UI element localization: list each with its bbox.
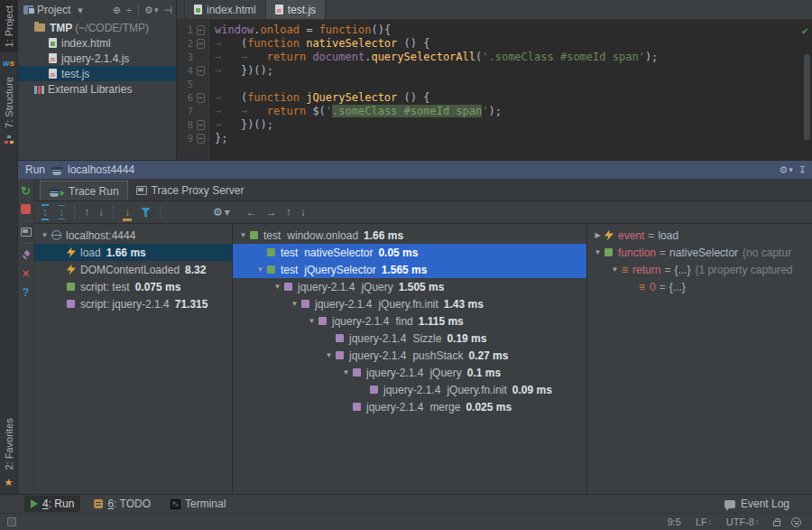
- export-icon[interactable]: [123, 206, 132, 219]
- stream-tree-row[interactable]: script: test0.075 ms: [34, 278, 232, 295]
- editor-scrollbar[interactable]: [803, 40, 811, 157]
- code-text[interactable]: window.onload = function(){→ (function n…: [209, 20, 812, 160]
- editor-tab-index-html[interactable]: index.html: [184, 0, 266, 19]
- run-tool-window-header[interactable]: Run localhost4444: [18, 161, 812, 179]
- collapse-all-icon[interactable]: [58, 206, 65, 219]
- inspection-ok-icon[interactable]: [802, 24, 808, 37]
- minimize-tool-window-icon[interactable]: [798, 164, 807, 176]
- project-tree-item[interactable]: External Libraries: [18, 81, 176, 97]
- gear-dropdown-icon[interactable]: [154, 5, 159, 14]
- call-tree-row[interactable]: jquery-2.1.4pushStack0.27 ms: [233, 347, 586, 364]
- navigate-down-icon[interactable]: [300, 206, 306, 219]
- tool-window-button-run[interactable]: 4: Run: [24, 496, 80, 512]
- capture-tree-row[interactable]: 0={...}: [587, 278, 812, 295]
- call-tree-row[interactable]: jquery-2.1.4jQuery.fn.init0.09 ms: [233, 381, 586, 398]
- tool-window-button-todo[interactable]: 6: TODO: [88, 496, 157, 512]
- readonly-lock-icon[interactable]: [773, 521, 780, 526]
- tree-expand-arrow-icon[interactable]: [591, 248, 604, 256]
- code-line[interactable]: → })();: [215, 64, 812, 78]
- tree-expand-arrow-icon[interactable]: [322, 351, 336, 359]
- help-icon[interactable]: [23, 286, 29, 299]
- project-tree-item[interactable]: TMP (~/CODE/TMP): [18, 20, 176, 35]
- call-tree-row[interactable]: jquery-2.1.4find1.115 ms: [233, 312, 586, 330]
- navigate-up-icon[interactable]: [286, 206, 291, 219]
- tree-expand-arrow-icon[interactable]: [38, 231, 51, 239]
- event-log-button[interactable]: Event Log: [718, 496, 796, 512]
- call-tree-row[interactable]: jquery-2.1.4jQuery0.1 ms: [233, 364, 586, 381]
- settings-dropdown-icon[interactable]: [789, 165, 793, 174]
- tool-window-settings-gear-icon[interactable]: [779, 164, 788, 176]
- stream-tree-row[interactable]: localhost:4444: [34, 227, 232, 244]
- hector-inspector-icon[interactable]: [791, 517, 801, 527]
- locate-file-icon[interactable]: [113, 5, 121, 16]
- filter-icon[interactable]: [141, 208, 151, 218]
- stream-tree-row[interactable]: script: jquery-2.1.471.315: [34, 295, 232, 312]
- code-line[interactable]: → })();: [215, 118, 812, 132]
- stream-tree-row[interactable]: DOMContentLoaded8.32: [34, 261, 232, 278]
- gear-dropdown-icon[interactable]: [225, 206, 230, 219]
- expand-all-icon[interactable]: [42, 206, 49, 219]
- tool-window-quick-access-icon[interactable]: [7, 517, 16, 526]
- caret-position[interactable]: 9:5: [668, 516, 681, 527]
- project-view-dropdown-icon[interactable]: [78, 5, 83, 16]
- collapse-all-icon[interactable]: [126, 5, 132, 15]
- line-separator-indicator[interactable]: LF: [696, 516, 712, 527]
- code-line[interactable]: [215, 78, 812, 91]
- call-tree-row[interactable]: jquery-2.1.4merge0.025 ms: [233, 398, 586, 415]
- tree-expand-arrow-icon[interactable]: [236, 231, 250, 239]
- tree-expand-arrow-icon[interactable]: [288, 300, 301, 308]
- console-icon[interactable]: [21, 228, 32, 237]
- capture-tree-row[interactable]: return={...}(1 property captured: [587, 261, 812, 278]
- stream-tree-row[interactable]: load1.66 ms: [34, 244, 232, 261]
- editor-tab-test-js[interactable]: test.js: [266, 0, 326, 19]
- rerun-icon[interactable]: [21, 184, 31, 198]
- fold-marker-icon[interactable]: [196, 41, 206, 48]
- project-tree-item[interactable]: index.html: [18, 35, 176, 51]
- next-trace-icon[interactable]: [98, 206, 104, 219]
- project-settings-gear-icon[interactable]: [144, 5, 153, 16]
- tree-expand-arrow-icon[interactable]: [591, 231, 604, 239]
- trace-settings-gear-icon[interactable]: [213, 206, 223, 219]
- call-tree-row[interactable]: jquery-2.1.4jQuery.fn.init1.43 ms: [233, 295, 586, 312]
- call-tree-row[interactable]: testnativeSelector0.05 ms: [233, 244, 586, 261]
- fold-marker-icon[interactable]: [196, 95, 206, 102]
- previous-trace-icon[interactable]: [84, 206, 89, 219]
- tab-trace-run[interactable]: Trace Run: [40, 181, 128, 200]
- navigate-back-icon[interactable]: [246, 206, 257, 219]
- call-tree-row[interactable]: testjQuerySelector1.565 ms: [233, 261, 586, 278]
- capture-tree-row[interactable]: function=nativeSelector(no captur: [587, 244, 812, 261]
- tree-expand-arrow-icon[interactable]: [271, 283, 284, 291]
- pin-tab-icon[interactable]: [21, 250, 31, 260]
- tab-trace-proxy-server[interactable]: Trace Proxy Server: [128, 181, 253, 200]
- stripe-button-project[interactable]: 1: Project: [0, 0, 18, 52]
- stripe-button-structure[interactable]: 7: Structure: [0, 71, 18, 149]
- call-tree-row[interactable]: jquery-2.1.4jQuery1.505 ms: [233, 278, 586, 295]
- call-tree-row[interactable]: jquery-2.1.4Sizzle0.19 ms: [233, 330, 586, 347]
- code-editor[interactable]: 123456789 window.onload = function(){→ (…: [177, 20, 812, 160]
- stripe-button-favorites[interactable]: 2: Favorites: [0, 413, 18, 494]
- capture-tree-row[interactable]: event=load: [587, 227, 812, 244]
- encoding-indicator[interactable]: UTF-8: [726, 516, 759, 527]
- call-tree-row[interactable]: testwindow.onload1.66 ms: [233, 227, 586, 244]
- project-tree-item[interactable]: jquery-2.1.4.js: [18, 51, 176, 66]
- close-icon[interactable]: [23, 266, 30, 280]
- fold-marker-icon[interactable]: [196, 135, 206, 143]
- fold-marker-icon[interactable]: [196, 27, 206, 34]
- tree-expand-arrow-icon[interactable]: [254, 265, 267, 274]
- hide-panel-icon[interactable]: [163, 5, 172, 16]
- fold-marker-icon[interactable]: [196, 122, 206, 129]
- fold-marker-icon[interactable]: [196, 68, 206, 75]
- code-line[interactable]: → (function nativeSelector () {: [215, 37, 812, 51]
- code-line[interactable]: → → return document.querySelectorAll('.s…: [215, 51, 812, 64]
- code-line[interactable]: → → return $('.someClass #someId span');: [215, 105, 812, 118]
- project-tree-item[interactable]: test.js: [18, 66, 176, 81]
- code-line[interactable]: };: [215, 132, 812, 145]
- navigate-forward-icon[interactable]: [266, 206, 277, 219]
- stop-icon[interactable]: [21, 204, 31, 214]
- tree-expand-arrow-icon[interactable]: [305, 317, 318, 325]
- tree-expand-arrow-icon[interactable]: [608, 265, 622, 274]
- tool-window-button-terminal[interactable]: Terminal: [164, 496, 232, 512]
- code-line[interactable]: → (function jQuerySelector () {: [215, 91, 812, 105]
- code-line[interactable]: window.onload = function(){: [215, 23, 812, 37]
- tree-expand-arrow-icon[interactable]: [339, 368, 353, 377]
